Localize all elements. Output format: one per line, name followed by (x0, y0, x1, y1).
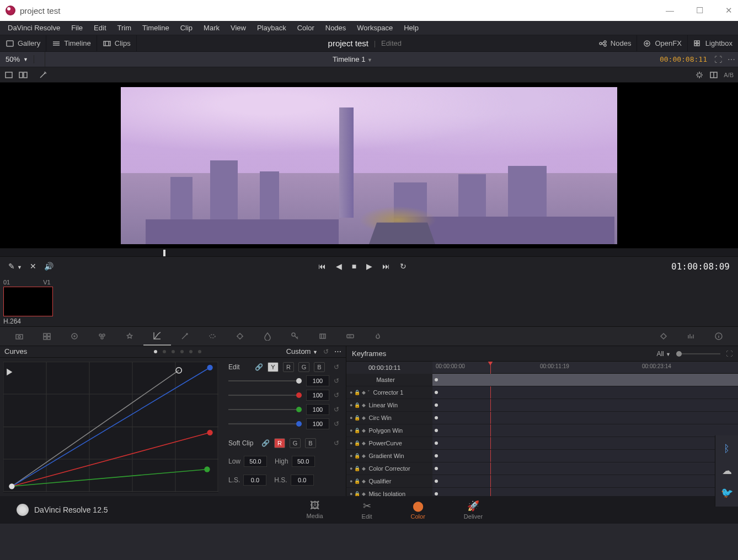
kf-lane[interactable] (432, 475, 738, 488)
kf-track-polygon-win[interactable]: ●🔒◆Polygon Win (346, 424, 432, 437)
log-wheels-tool[interactable] (116, 327, 143, 346)
clips-toggle[interactable]: Clips (97, 35, 137, 51)
channel-y-button[interactable]: Y (268, 362, 279, 372)
single-view-icon[interactable] (4, 71, 13, 79)
bluetooth-icon[interactable]: ᛒ (724, 443, 730, 455)
color-wheels-tool[interactable] (61, 327, 88, 346)
menu-playback[interactable]: Playback (252, 24, 292, 32)
menu-color[interactable]: Color (292, 24, 320, 32)
kf-lane[interactable] (432, 374, 738, 386)
dual-view-icon[interactable] (19, 71, 28, 79)
low-value[interactable]: 50.0 (244, 456, 267, 467)
blue-slider[interactable] (228, 423, 302, 424)
kf-lane[interactable] (432, 386, 738, 399)
keyframes-expand-button[interactable]: ⛶ (726, 350, 732, 358)
high-value[interactable]: 50.0 (292, 456, 315, 467)
shuffle-icon[interactable]: ✕ (30, 262, 36, 271)
gallery-toggle[interactable]: Gallery (0, 35, 46, 51)
scrub-handle[interactable] (163, 250, 165, 256)
sc-g-button[interactable]: G (290, 438, 301, 448)
split-view-icon[interactable] (709, 71, 718, 79)
timeline-name[interactable]: Timeline 1 ▼ (45, 55, 660, 63)
blur-tool[interactable] (254, 327, 281, 346)
menu-view[interactable]: View (225, 24, 252, 32)
sc-reset-button[interactable]: ↺ (334, 439, 339, 447)
camera-raw-tool[interactable] (6, 327, 33, 346)
channel-b-button[interactable]: B (314, 362, 325, 372)
kf-track-qualifier[interactable]: ●🔒◆Qualifier (346, 475, 432, 488)
bird-icon[interactable]: 🐦 (721, 487, 733, 499)
menu-file[interactable]: File (66, 24, 88, 32)
step-back-button[interactable]: ◀ (336, 262, 342, 271)
nodes-toggle[interactable]: Nodes (593, 35, 638, 51)
red-slider[interactable] (228, 395, 302, 396)
green-value[interactable]: 100 (306, 404, 329, 415)
page-deliver[interactable]: 🚀Deliver (464, 500, 483, 520)
maximize-button[interactable]: ☐ (696, 6, 703, 15)
sc-r-button[interactable]: R (274, 438, 285, 448)
green-slider[interactable] (228, 409, 302, 410)
scopes-icon[interactable] (677, 332, 705, 341)
ab-compare-button[interactable]: A/B (724, 72, 734, 78)
scrub-bar[interactable] (0, 248, 738, 257)
menu-clip[interactable]: Clip (175, 24, 198, 32)
source-timecode[interactable]: 00:00:08:11 (660, 55, 712, 63)
cloud-icon[interactable]: ☁ (722, 465, 732, 477)
blue-value[interactable]: 100 (306, 418, 329, 429)
curves-tool[interactable] (143, 327, 171, 346)
luma-value[interactable]: 100 (306, 375, 329, 386)
audio-icon[interactable]: 🔊 (44, 262, 54, 271)
color-viewer[interactable] (0, 83, 738, 248)
menu-trim[interactable]: Trim (112, 24, 137, 32)
viewer-options-button[interactable]: ⋯ (725, 55, 738, 64)
kf-track-master[interactable]: Master (346, 374, 432, 386)
green-reset[interactable]: ↺ (334, 406, 339, 413)
data-burn-tool[interactable] (364, 327, 392, 346)
kf-lane[interactable] (432, 462, 738, 475)
softclip-link-icon[interactable]: 🔗 (261, 439, 270, 447)
curves-options-button[interactable]: ⋯ (334, 347, 341, 356)
channel-g-button[interactable]: G (298, 362, 309, 372)
stop-button[interactable]: ■ (352, 262, 356, 271)
openfx-toggle[interactable]: OpenFX (637, 35, 687, 51)
minimize-button[interactable]: — (666, 6, 674, 15)
kf-track-gradient-win[interactable]: ●🔒◆Gradient Win (346, 450, 432, 462)
keyframes-ruler[interactable]: 00:00:00:00 00:00:11:19 00:00:23:14 (432, 362, 738, 374)
keyframes-filter[interactable]: All ▼ (656, 350, 671, 358)
sparkle-icon[interactable] (695, 71, 704, 79)
menu-davinciresolve[interactable]: DaVinci Resolve (2, 24, 66, 32)
next-clip-button[interactable]: ⏭ (382, 262, 390, 271)
curves-preset[interactable]: Custom ▼ (286, 347, 318, 356)
color-match-tool[interactable] (33, 327, 61, 346)
prev-clip-button[interactable]: ⏮ (318, 262, 326, 271)
info-icon[interactable] (705, 332, 732, 341)
lightbox-toggle[interactable]: Lightbox (688, 35, 738, 51)
primary-bars-tool[interactable] (88, 327, 116, 346)
curves-graph[interactable] (3, 361, 218, 493)
channel-r-button[interactable]: R (283, 362, 294, 372)
curves-page-dots[interactable] (154, 350, 201, 353)
kf-lane[interactable] (432, 437, 738, 450)
loop-button[interactable]: ↻ (400, 262, 407, 271)
color-picker-tool[interactable]: ✎ ▼ (8, 262, 22, 271)
kf-lane[interactable] (432, 488, 738, 496)
page-edit[interactable]: ✂Edit (362, 500, 372, 520)
stereo-3d-tool[interactable]: 3D (336, 327, 364, 346)
kf-track-color-corrector[interactable]: ●🔒◆Color Corrector (346, 462, 432, 475)
kf-track-misc-isolation[interactable]: ●🔒◆Misc Isolation (346, 488, 432, 496)
timeline-toggle[interactable]: Timeline (46, 35, 97, 51)
record-timecode[interactable]: 01:00:08:09 (671, 261, 730, 272)
menu-help[interactable]: Help (398, 24, 424, 32)
menu-nodes[interactable]: Nodes (320, 24, 352, 32)
zoom-selector[interactable]: 50% ▼ (0, 55, 34, 63)
magic-wand-icon[interactable] (39, 71, 47, 79)
key-tool[interactable] (281, 327, 309, 346)
kf-track-linear-win[interactable]: ●🔒◆Linear Win (346, 399, 432, 412)
window-tool[interactable] (199, 327, 226, 346)
kf-lane[interactable] (432, 399, 738, 412)
link-icon[interactable]: 🔗 (255, 363, 263, 371)
luma-reset[interactable]: ↺ (334, 377, 339, 385)
menu-edit[interactable]: Edit (88, 24, 111, 32)
expand-viewer-button[interactable]: ⛶ (712, 55, 725, 64)
kf-track-circ-win[interactable]: ●🔒◆Circ Win (346, 412, 432, 424)
